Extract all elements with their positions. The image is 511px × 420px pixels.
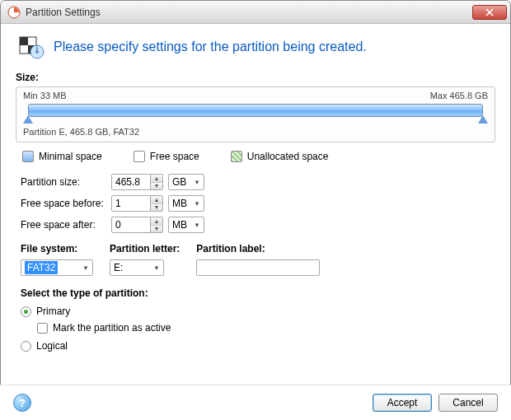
legend-row: Minimal space Free space Unallocated spa… (22, 151, 495, 162)
cancel-button[interactable]: Cancel (438, 394, 498, 412)
checkbox-mark-active-label: Mark the partition as active (53, 322, 171, 334)
size-max: Max 465.8 GB (430, 91, 488, 100)
content-area: Please specify settings for the partitio… (1, 24, 510, 363)
chevron-up-icon[interactable]: ▲ (151, 217, 162, 226)
free-after-spinner[interactable]: ▲▼ (150, 217, 163, 233)
partition-size-spinner[interactable]: ▲▼ (150, 174, 163, 190)
chevron-down-icon[interactable]: ▼ (151, 204, 162, 212)
chevron-down-icon[interactable]: ▼ (151, 183, 162, 190)
partition-letter-select[interactable]: E: ▼ (110, 259, 164, 276)
chevron-down-icon: ▼ (82, 264, 89, 272)
slider-caption: Partition E, 465.8 GB, FAT32 (23, 127, 488, 137)
free-before-spinner[interactable]: ▲▼ (150, 195, 163, 212)
size-label: Size: (16, 72, 495, 83)
size-slider[interactable] (23, 104, 488, 122)
size-min: Min 33 MB (23, 91, 67, 100)
svg-rect-2 (20, 37, 28, 45)
legend-unalloc-label: Unallocated space (247, 151, 329, 162)
footer: ? Accept Cancel (0, 385, 511, 420)
partition-size-label: Partition size: (16, 176, 111, 188)
app-icon (7, 6, 21, 19)
window-title: Partition Settings (26, 7, 472, 18)
chevron-up-icon[interactable]: ▲ (151, 175, 162, 183)
checkbox-icon (37, 323, 48, 334)
swatch-unalloc-icon (231, 151, 242, 162)
chevron-down-icon: ▼ (194, 200, 200, 208)
close-icon (485, 8, 494, 16)
chevron-down-icon: ▼ (153, 264, 160, 272)
radio-logical-icon (21, 341, 31, 352)
radio-primary-label: Primary (36, 306, 70, 317)
help-button[interactable]: ? (13, 394, 31, 412)
checkbox-mark-active[interactable]: Mark the partition as active (37, 322, 495, 334)
close-button[interactable] (472, 5, 507, 20)
wizard-icon (19, 34, 45, 60)
page-heading: Please specify settings for the partitio… (54, 40, 367, 54)
accept-button[interactable]: Accept (373, 394, 432, 412)
radio-logical[interactable]: Logical (21, 340, 495, 352)
legend-minimal-label: Minimal space (39, 151, 102, 162)
free-after-unit[interactable]: MB▼ (168, 217, 204, 233)
swatch-free-icon (134, 151, 145, 162)
partition-size-input[interactable] (111, 174, 151, 190)
partition-label-label: Partition label: (196, 243, 320, 254)
radio-primary-icon (21, 306, 31, 317)
partition-type-group: Select the type of partition: Primary Ma… (16, 287, 495, 352)
titlebar: Partition Settings (1, 1, 510, 24)
radio-primary[interactable]: Primary (21, 306, 495, 317)
chevron-up-icon[interactable]: ▲ (151, 196, 162, 204)
slider-handle-right[interactable] (478, 115, 488, 124)
partition-label-input[interactable] (196, 259, 320, 276)
header-row: Please specify settings for the partitio… (16, 34, 495, 60)
free-after-label: Free space after: (16, 219, 111, 231)
partition-size-unit[interactable]: GB▼ (168, 174, 204, 190)
size-slider-box: Min 33 MB Max 465.8 GB Partition E, 465.… (16, 86, 495, 142)
free-before-unit[interactable]: MB▼ (168, 195, 204, 212)
chevron-down-icon[interactable]: ▼ (151, 226, 162, 233)
filesystem-label: File system: (21, 243, 93, 254)
partition-letter-label: Partition letter: (110, 243, 180, 254)
partition-type-heading: Select the type of partition: (21, 287, 495, 299)
legend-free-label: Free space (150, 151, 199, 162)
legend-unallocated: Unallocated space (231, 151, 329, 162)
chevron-down-icon: ▼ (194, 179, 200, 186)
legend-minimal: Minimal space (22, 151, 102, 162)
free-before-input[interactable] (111, 195, 151, 212)
legend-free: Free space (134, 151, 199, 162)
free-before-label: Free space before: (16, 198, 111, 209)
free-after-input[interactable] (111, 217, 151, 233)
chevron-down-icon: ▼ (194, 222, 200, 229)
slider-track (28, 104, 483, 117)
filesystem-select[interactable]: FAT32 ▼ (21, 259, 93, 276)
radio-logical-label: Logical (36, 340, 68, 352)
swatch-minimal-icon (22, 151, 34, 162)
slider-handle-left[interactable] (23, 115, 33, 124)
